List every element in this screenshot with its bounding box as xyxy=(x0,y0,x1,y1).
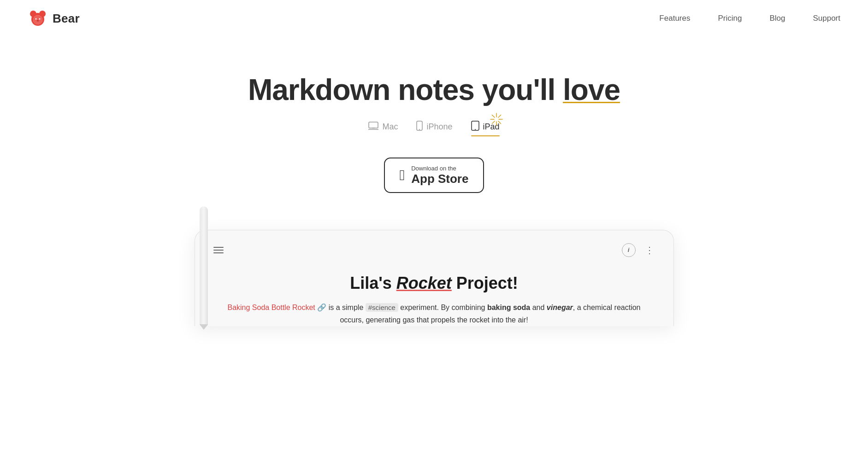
apple-icon:  xyxy=(400,168,405,182)
hero-title: Markdown notes you'll love xyxy=(248,74,620,106)
note-italic-1: vinegar xyxy=(547,304,573,311)
nav-links: Features Pricing Blog Support xyxy=(659,14,840,23)
svg-line-20 xyxy=(492,121,495,124)
note-title-suffix: Project! xyxy=(452,274,518,292)
brand-name: Bear xyxy=(53,12,80,26)
note-title: Lila's Rocket Project! xyxy=(223,274,646,293)
svg-line-19 xyxy=(498,115,501,118)
info-icon: i xyxy=(628,246,630,253)
note-bold-1: baking soda xyxy=(487,304,530,311)
appstore-title: App Store xyxy=(411,172,468,186)
apple-pencil xyxy=(190,206,218,326)
note-link[interactable]: Baking Soda Bottle Rocket 🔗 xyxy=(227,304,326,311)
hero-title-main: Markdown notes you'll xyxy=(248,73,563,106)
pencil-body xyxy=(200,206,208,326)
platform-tab-mac[interactable]: Mac xyxy=(368,122,398,134)
ipad-frame: i ⋮ Lila's Rocket Project! Baking Soda B… xyxy=(195,230,674,326)
ipad-topbar: i ⋮ xyxy=(209,240,660,264)
ipad-topbar-right: i ⋮ xyxy=(622,243,655,257)
more-options-button[interactable]: ⋮ xyxy=(645,245,655,256)
note-body-pre-tag: is a simple xyxy=(326,304,365,311)
info-button[interactable]: i xyxy=(622,243,636,257)
hero-section: Markdown notes you'll love Mac iPh xyxy=(0,37,868,345)
note-body: Baking Soda Bottle Rocket 🔗 is a simple … xyxy=(223,301,646,326)
nav-pricing[interactable]: Pricing xyxy=(718,14,742,23)
appstore-text: Download on the App Store xyxy=(411,165,468,185)
platform-tab-ipad[interactable]: iPad xyxy=(471,121,500,135)
nav-features[interactable]: Features xyxy=(659,14,690,23)
note-title-prefix: Lila's xyxy=(350,274,396,292)
nav-blog[interactable]: Blog xyxy=(769,14,785,23)
svg-point-6 xyxy=(39,18,41,20)
svg-point-5 xyxy=(35,18,37,20)
brand-logo[interactable]: Bear xyxy=(28,8,80,29)
platform-mac-label: Mac xyxy=(382,122,398,132)
svg-rect-8 xyxy=(369,122,378,128)
ipad-icon xyxy=(471,121,479,133)
navbar: Bear Features Pricing Blog Support xyxy=(0,0,868,37)
svg-point-22 xyxy=(475,129,476,130)
svg-point-12 xyxy=(419,129,420,130)
svg-line-17 xyxy=(492,115,495,118)
iphone-icon xyxy=(416,121,423,133)
mac-icon xyxy=(368,122,378,132)
ipad-note-content: Lila's Rocket Project! Baking Soda Bottl… xyxy=(209,264,660,326)
ipad-active-decoration xyxy=(490,112,503,126)
ipad-mockup-wrapper: i ⋮ Lila's Rocket Project! Baking Soda B… xyxy=(9,230,859,326)
note-tag[interactable]: #science xyxy=(366,303,398,312)
svg-point-4 xyxy=(33,15,42,24)
appstore-button[interactable]:  Download on the App Store xyxy=(384,158,484,193)
bear-logo-icon xyxy=(28,8,48,29)
nav-support[interactable]: Support xyxy=(813,14,840,23)
platform-tabs: Mac iPhone xyxy=(368,121,499,135)
hero-title-highlight: love xyxy=(563,73,620,106)
svg-line-18 xyxy=(498,121,501,124)
note-body-mid: and xyxy=(530,304,547,311)
note-body-post-tag: experiment. By combining xyxy=(398,304,487,311)
ellipsis-icon: ⋮ xyxy=(645,245,655,255)
note-title-italic: Rocket xyxy=(396,274,452,292)
platform-iphone-label: iPhone xyxy=(426,122,452,132)
platform-tab-iphone[interactable]: iPhone xyxy=(416,121,452,135)
appstore-subtitle: Download on the xyxy=(411,165,456,172)
svg-point-7 xyxy=(37,20,39,22)
